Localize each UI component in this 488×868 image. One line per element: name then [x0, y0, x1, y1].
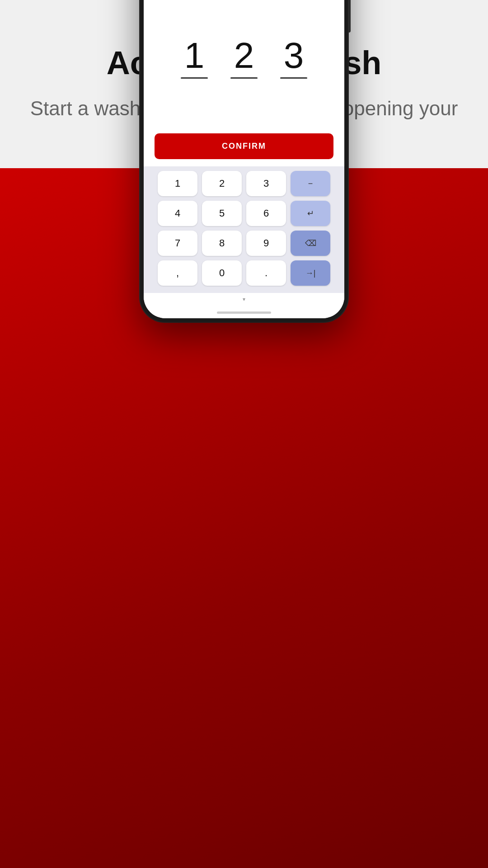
code-digit-3: 3 — [284, 38, 304, 74]
key-6[interactable]: 6 — [246, 201, 286, 226]
confirm-button[interactable]: CONFIRM — [155, 133, 333, 159]
digit-3-wrapper: 3 — [280, 38, 307, 79]
bottom-section: 9:30 — [0, 168, 488, 868]
digit-1-wrapper: 1 — [181, 38, 208, 79]
key-0[interactable]: 0 — [202, 260, 242, 286]
phone-mockup: 9:30 — [140, 0, 348, 322]
code-display: 1 2 3 — [155, 0, 333, 133]
phone-outer: 9:30 — [140, 0, 348, 322]
key-period[interactable]: . — [246, 260, 286, 286]
code-digit-2: 2 — [234, 38, 254, 74]
keyboard: 1 2 3 − 4 5 6 ↵ 7 8 — [144, 166, 344, 293]
code-digit-1: 1 — [184, 38, 205, 74]
key-return[interactable]: ↵ — [291, 201, 330, 226]
key-1[interactable]: 1 — [158, 171, 197, 196]
keyboard-row-2: 4 5 6 ↵ — [149, 201, 339, 226]
digit-2-wrapper: 2 — [230, 38, 258, 79]
phone-inner: 9:30 — [144, 0, 344, 318]
keyboard-row-4: , 0 . →| — [149, 260, 339, 286]
home-indicator: ▾ — [155, 293, 333, 307]
app-content: ❮ Activate car wash Type the digits show… — [144, 0, 344, 307]
chevron-down-icon: ▾ — [243, 296, 245, 302]
digit-2-underline — [230, 77, 258, 79]
key-tab[interactable]: →| — [291, 260, 330, 286]
digit-3-underline — [280, 77, 307, 79]
key-8[interactable]: 8 — [202, 231, 242, 256]
home-bar-area — [144, 307, 344, 318]
key-minus[interactable]: − — [291, 171, 330, 196]
home-bar — [217, 311, 271, 314]
key-7[interactable]: 7 — [158, 231, 197, 256]
key-comma[interactable]: , — [158, 260, 197, 286]
key-2[interactable]: 2 — [202, 171, 242, 196]
key-3[interactable]: 3 — [246, 171, 286, 196]
key-backspace[interactable]: ⌫ — [291, 231, 330, 256]
keyboard-row-1: 1 2 3 − — [149, 171, 339, 196]
key-4[interactable]: 4 — [158, 201, 197, 226]
digit-1-underline — [181, 77, 208, 79]
keyboard-row-3: 7 8 9 ⌫ — [149, 231, 339, 256]
key-9[interactable]: 9 — [246, 231, 286, 256]
key-5[interactable]: 5 — [202, 201, 242, 226]
